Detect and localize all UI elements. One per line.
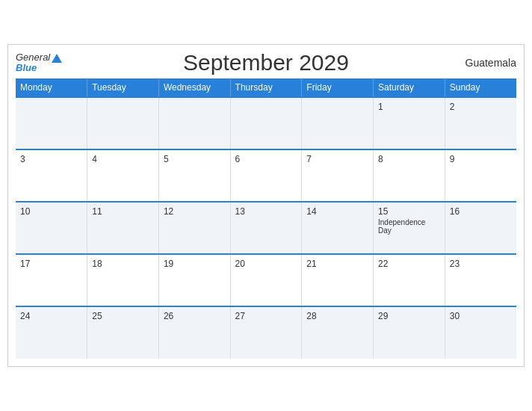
calendar-table: Monday Tuesday Wednesday Thursday Friday… — [16, 78, 516, 359]
event-label: Independence Day — [378, 218, 440, 235]
day-number: 25 — [92, 311, 154, 321]
header-saturday: Saturday — [374, 78, 445, 97]
header-wednesday: Wednesday — [158, 78, 230, 97]
calendar-cell: 1 — [374, 97, 445, 149]
day-number: 23 — [450, 259, 512, 269]
calendar-cell: 24 — [16, 306, 87, 359]
calendar-cell: 13 — [230, 202, 302, 254]
day-number: 18 — [92, 259, 154, 269]
calendar-cell: 7 — [302, 149, 374, 202]
day-number: 1 — [378, 102, 440, 112]
day-number: 19 — [164, 259, 226, 269]
calendar-cell: 14 — [302, 202, 374, 254]
calendar-cell: 16 — [445, 202, 516, 254]
calendar-cell: 9 — [445, 149, 516, 202]
day-number: 9 — [450, 154, 512, 164]
calendar-cell: 20 — [230, 254, 302, 306]
calendar-country: Guatemala — [466, 57, 516, 69]
calendar-cell: 11 — [87, 202, 159, 254]
calendar-header: General Blue September 2029 Guatemala — [16, 52, 516, 72]
calendar-container: General Blue September 2029 Guatemala Mo… — [7, 44, 525, 367]
header-friday: Friday — [302, 78, 374, 97]
header-sunday: Sunday — [445, 78, 516, 97]
day-number: 6 — [235, 154, 297, 164]
day-number: 22 — [378, 259, 440, 269]
day-number: 7 — [306, 154, 368, 164]
day-number: 16 — [450, 206, 512, 217]
calendar-cell: 6 — [230, 149, 302, 202]
logo-general-text: General — [16, 52, 62, 63]
header-thursday: Thursday — [230, 78, 302, 97]
day-number: 30 — [450, 311, 512, 321]
calendar-cell: 8 — [374, 149, 445, 202]
calendar-cell: 15Independence Day — [374, 202, 445, 254]
day-number: 12 — [164, 206, 226, 217]
calendar-cell: 23 — [445, 254, 516, 306]
calendar-thead: Monday Tuesday Wednesday Thursday Friday… — [16, 78, 516, 97]
day-number: 20 — [235, 259, 297, 269]
day-number: 21 — [306, 259, 368, 269]
calendar-week-row: 12 — [16, 97, 516, 149]
calendar-cell: 26 — [158, 306, 230, 359]
calendar-cell — [16, 97, 87, 149]
calendar-cell: 18 — [87, 254, 159, 306]
calendar-week-row: 101112131415Independence Day16 — [16, 202, 516, 254]
day-number: 13 — [235, 206, 297, 217]
logo-blue-text: Blue — [16, 63, 37, 72]
day-number: 8 — [378, 154, 440, 164]
day-number: 26 — [164, 311, 226, 321]
calendar-week-row: 3456789 — [16, 149, 516, 202]
calendar-cell — [87, 97, 159, 149]
weekday-header-row: Monday Tuesday Wednesday Thursday Friday… — [16, 78, 516, 97]
day-number: 29 — [378, 311, 440, 321]
header-monday: Monday — [16, 78, 87, 97]
header-tuesday: Tuesday — [87, 78, 159, 97]
calendar-cell — [158, 97, 230, 149]
calendar-cell: 4 — [87, 149, 159, 202]
calendar-cell — [302, 97, 374, 149]
calendar-cell: 12 — [158, 202, 230, 254]
calendar-cell: 17 — [16, 254, 87, 306]
day-number: 27 — [235, 311, 297, 321]
logo: General Blue — [16, 52, 62, 72]
calendar-cell: 27 — [230, 306, 302, 359]
calendar-cell: 10 — [16, 202, 87, 254]
calendar-cell: 22 — [374, 254, 445, 306]
calendar-week-row: 24252627282930 — [16, 306, 516, 359]
day-number: 3 — [20, 154, 82, 164]
calendar-cell: 21 — [302, 254, 374, 306]
calendar-body: 123456789101112131415Independence Day161… — [16, 97, 516, 359]
day-number: 28 — [306, 311, 368, 321]
calendar-cell: 3 — [16, 149, 87, 202]
day-number: 17 — [20, 259, 82, 269]
calendar-cell: 5 — [158, 149, 230, 202]
calendar-cell: 25 — [87, 306, 159, 359]
calendar-cell: 19 — [158, 254, 230, 306]
day-number: 14 — [306, 206, 368, 217]
calendar-cell: 29 — [374, 306, 445, 359]
day-number: 2 — [450, 102, 512, 112]
calendar-title: September 2029 — [183, 50, 349, 75]
calendar-cell — [230, 97, 302, 149]
day-number: 15 — [378, 206, 440, 217]
calendar-cell: 28 — [302, 306, 374, 359]
calendar-week-row: 17181920212223 — [16, 254, 516, 306]
calendar-cell: 30 — [445, 306, 516, 359]
day-number: 4 — [92, 154, 154, 164]
day-number: 10 — [20, 206, 82, 217]
day-number: 24 — [20, 311, 82, 321]
day-number: 11 — [92, 206, 154, 217]
day-number: 5 — [164, 154, 226, 164]
calendar-cell: 2 — [445, 97, 516, 149]
logo-triangle-icon — [52, 54, 62, 63]
